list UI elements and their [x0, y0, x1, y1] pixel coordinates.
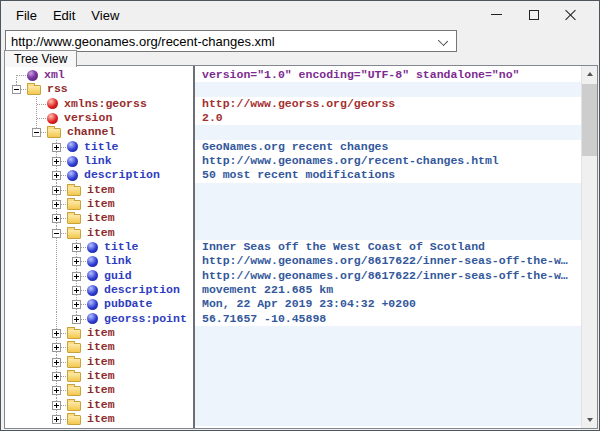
node-label[interactable]: link [82, 154, 114, 168]
expander-minus-icon[interactable] [32, 128, 41, 137]
value-row[interactable] [195, 197, 581, 211]
expander-plus-icon[interactable] [52, 157, 61, 166]
expander-plus-icon[interactable] [72, 257, 81, 266]
expander-plus-icon[interactable] [72, 315, 81, 324]
node-label[interactable]: rss [45, 82, 70, 96]
value-row[interactable] [195, 226, 581, 240]
url-input[interactable] [6, 31, 456, 51]
value-row[interactable]: Inner Seas off the West Coast of Scotlan… [195, 240, 581, 254]
tree-guide [27, 369, 47, 383]
expander-minus-icon[interactable] [52, 229, 61, 238]
value-row[interactable]: http://www.geonames.org/8617622/inner-se… [195, 254, 581, 268]
value-row[interactable]: http://www.geonames.org/8617622/inner-se… [195, 269, 581, 283]
expander-plus-icon[interactable] [52, 143, 61, 152]
node-label[interactable]: item [85, 355, 117, 369]
value-row[interactable]: 50 most recent modifications [195, 168, 581, 182]
expander-plus-icon[interactable] [52, 329, 61, 338]
node-label[interactable]: item [85, 340, 117, 354]
value-row[interactable] [195, 326, 581, 340]
value-row[interactable] [195, 383, 581, 397]
element-icon [87, 270, 98, 281]
node-label[interactable]: item [85, 226, 117, 240]
menu-edit[interactable]: Edit [45, 5, 83, 26]
value-row[interactable] [195, 82, 581, 96]
expander-plus-icon[interactable] [52, 358, 61, 367]
expander-minus-icon[interactable] [12, 85, 21, 94]
value-row[interactable] [195, 183, 581, 197]
expander-plus-icon[interactable] [52, 415, 61, 424]
vertical-scrollbar[interactable] [581, 66, 597, 428]
node-label[interactable]: description [102, 283, 182, 297]
value-row[interactable]: 56.71657 -10.45898 [195, 312, 581, 326]
node-label[interactable]: link [102, 254, 134, 268]
node-label[interactable]: georss:point [102, 312, 189, 326]
value-row[interactable]: http://www.geonames.org/recent-changes.h… [195, 154, 581, 168]
expander-plus-icon[interactable] [52, 386, 61, 395]
close-button[interactable] [552, 3, 589, 26]
node-label[interactable]: channel [65, 125, 117, 139]
node-label[interactable]: item [85, 412, 117, 426]
minimize-button[interactable] [478, 3, 515, 26]
value-row[interactable]: movement 221.685 km [195, 283, 581, 297]
scroll-up-icon [587, 72, 593, 76]
tree-guide [7, 297, 27, 311]
scrollbar-thumb[interactable] [582, 84, 597, 156]
element-icon [87, 242, 98, 253]
value-row[interactable]: http://www.georss.org/georss [195, 97, 581, 111]
value-row[interactable]: version="1.0" encoding="UTF-8" standalon… [195, 68, 581, 82]
node-label[interactable]: item [85, 197, 117, 211]
expander-plus-icon[interactable] [72, 286, 81, 295]
node-label[interactable]: version [62, 111, 114, 125]
expander-plus-icon[interactable] [52, 343, 61, 352]
expander-plus-icon[interactable] [52, 214, 61, 223]
maximize-button[interactable] [515, 3, 552, 26]
node-label[interactable]: title [82, 140, 121, 154]
node-label[interactable]: item [85, 398, 117, 412]
value-row[interactable] [195, 340, 581, 354]
scroll-up-button[interactable] [582, 66, 597, 82]
menu-view[interactable]: View [83, 5, 127, 26]
tab-tree-view[interactable]: Tree View [4, 50, 77, 67]
node-label[interactable]: description [82, 168, 162, 182]
value-row[interactable] [195, 398, 581, 412]
folder-icon [67, 229, 81, 239]
node-label[interactable]: xmlns:georss [62, 97, 149, 111]
node-label[interactable]: item [85, 183, 117, 197]
tree-guide [27, 398, 47, 412]
pane-splitter[interactable] [193, 66, 195, 428]
tree-connector [27, 125, 47, 139]
expander-plus-icon[interactable] [52, 186, 61, 195]
value-row[interactable] [195, 125, 581, 139]
tree-node-row: item [5, 211, 193, 225]
folder-icon [67, 186, 81, 196]
value-row[interactable] [195, 211, 581, 225]
value-row[interactable]: GeoNames.org recent changes [195, 140, 581, 154]
value-row[interactable]: Mon, 22 Apr 2019 23:04:32 +0200 [195, 297, 581, 311]
node-label[interactable]: item [85, 326, 117, 340]
tree-connector [47, 326, 67, 340]
node-label[interactable]: item [85, 383, 117, 397]
tree-node-row: item [5, 355, 193, 369]
expander-plus-icon[interactable] [72, 300, 81, 309]
value-row[interactable] [195, 355, 581, 369]
node-label[interactable]: item [85, 369, 117, 383]
scroll-down-button[interactable] [582, 412, 597, 428]
node-label[interactable]: guid [102, 269, 134, 283]
window-controls [478, 3, 589, 26]
node-label[interactable]: xml [42, 68, 67, 82]
menu-file[interactable]: File [8, 5, 45, 26]
expander-plus-icon[interactable] [72, 243, 81, 252]
node-label[interactable]: item [85, 211, 117, 225]
node-label[interactable]: title [102, 240, 141, 254]
expander-plus-icon[interactable] [52, 401, 61, 410]
value-row[interactable] [195, 412, 581, 426]
expander-plus-icon[interactable] [52, 372, 61, 381]
tree-node-row: rss [5, 82, 193, 96]
node-label[interactable]: pubDate [102, 297, 154, 311]
expander-plus-icon[interactable] [52, 171, 61, 180]
expander-plus-icon[interactable] [52, 200, 61, 209]
expander-plus-icon[interactable] [72, 272, 81, 281]
value-row[interactable]: 2.0 [195, 111, 581, 125]
tree-connector [67, 269, 87, 283]
value-row[interactable] [195, 369, 581, 383]
